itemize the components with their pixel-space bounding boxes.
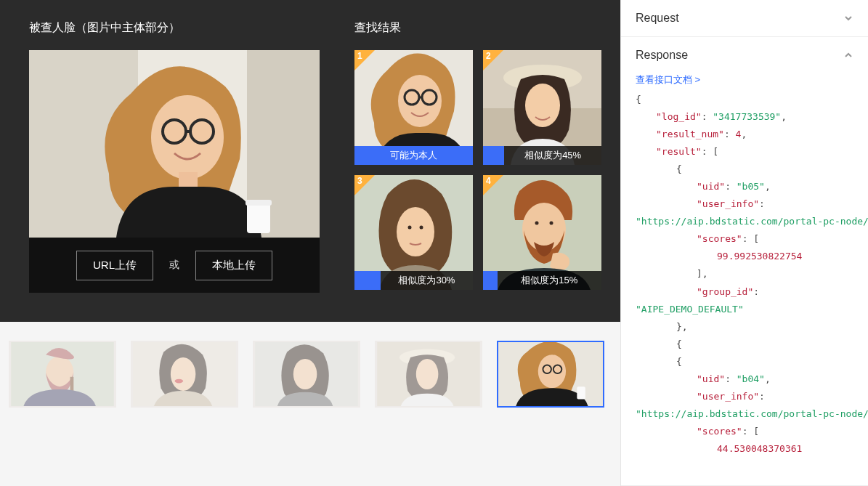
query-title: 被查人脸（图片中主体部分） xyxy=(29,20,320,36)
score-bar xyxy=(483,271,498,290)
svg-rect-30 xyxy=(70,377,74,391)
query-image xyxy=(29,50,320,238)
svg-rect-9 xyxy=(247,203,270,233)
rank-badge: 4 xyxy=(483,175,503,195)
thumb-4[interactable] xyxy=(375,341,482,408)
result-item-4[interactable]: 4 相似度为15% xyxy=(483,175,601,290)
svg-point-27 xyxy=(550,222,553,225)
svg-point-38 xyxy=(416,359,439,389)
response-body: 查看接口文档 > {"log_id": "3417733539","result… xyxy=(621,73,868,472)
svg-rect-43 xyxy=(577,386,585,399)
query-card: URL上传 或 本地上传 xyxy=(29,50,320,293)
svg-point-21 xyxy=(397,207,434,256)
upload-row: URL上传 或 本地上传 xyxy=(29,238,320,293)
url-upload-button[interactable]: URL上传 xyxy=(76,251,153,280)
rank-badge: 1 xyxy=(354,50,375,70)
api-doc-link[interactable]: 查看接口文档 > xyxy=(636,73,700,86)
svg-point-33 xyxy=(175,379,183,384)
svg-point-22 xyxy=(408,226,412,230)
score-bar xyxy=(354,271,381,290)
chevron-up-icon xyxy=(843,50,853,60)
sample-thumbnails xyxy=(0,322,620,486)
result-item-2[interactable]: 2 相似度为45% xyxy=(483,50,601,165)
svg-rect-10 xyxy=(246,200,272,206)
request-header[interactable]: Request xyxy=(621,0,868,36)
rank-badge: 2 xyxy=(483,50,503,70)
result-item-1[interactable]: 1 可能为本人 xyxy=(354,50,473,165)
svg-point-32 xyxy=(171,357,195,391)
local-upload-button[interactable]: 本地上传 xyxy=(195,251,272,280)
request-accordion: Request xyxy=(621,0,868,37)
results-title: 查找结果 xyxy=(354,20,601,36)
svg-point-35 xyxy=(293,359,317,389)
response-header[interactable]: Response xyxy=(621,37,868,73)
rank-badge: 3 xyxy=(354,175,375,195)
thumb-1[interactable] xyxy=(9,341,116,408)
request-title: Request xyxy=(636,12,679,25)
result-label: 相似度为15% xyxy=(498,271,601,290)
svg-point-23 xyxy=(420,226,423,230)
thumb-2[interactable] xyxy=(131,341,238,408)
query-face-illustration xyxy=(29,50,320,238)
svg-point-26 xyxy=(535,222,539,225)
result-item-3[interactable]: 3 相似度为30% xyxy=(354,175,473,290)
response-json: {"log_id": "3417733539","result_num": 4,… xyxy=(636,91,853,458)
result-label: 相似度为45% xyxy=(504,146,601,165)
response-title: Response xyxy=(636,49,688,62)
score-bar xyxy=(483,146,504,165)
result-label: 相似度为30% xyxy=(381,271,473,290)
or-text: 或 xyxy=(169,259,179,272)
thumb-5[interactable] xyxy=(497,341,604,408)
response-accordion: Response 查看接口文档 > {"log_id": "3417733539… xyxy=(621,37,868,486)
thumb-3[interactable] xyxy=(253,341,360,408)
result-label: 可能为本人 xyxy=(354,146,473,165)
results-grid: 1 可能为本人 xyxy=(354,50,601,290)
chevron-down-icon xyxy=(843,13,853,23)
